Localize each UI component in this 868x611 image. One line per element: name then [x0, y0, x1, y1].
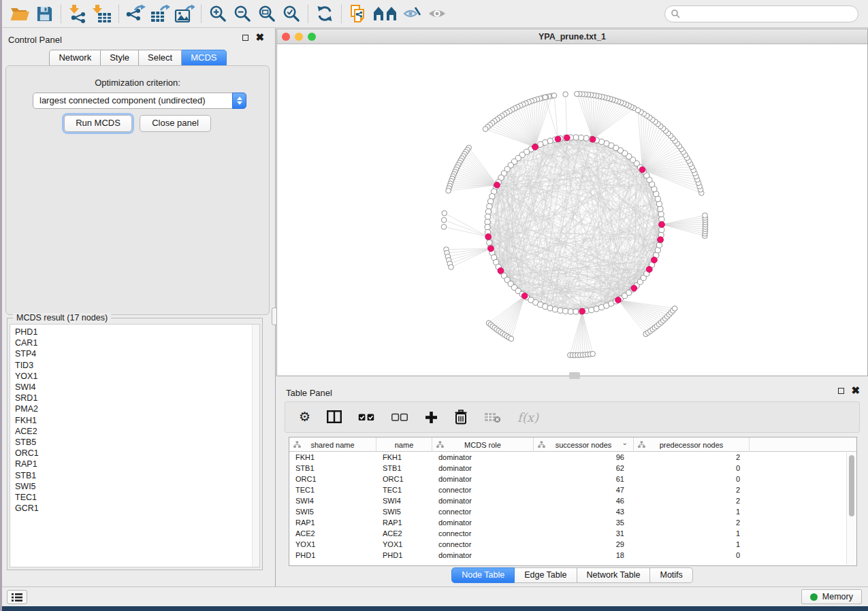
- close-table-panel-icon[interactable]: ✖: [851, 387, 860, 394]
- optimization-criterion-label: Optimization criterion:: [6, 78, 269, 88]
- export-network-icon[interactable]: [123, 3, 148, 24]
- memory-status-icon: [810, 593, 818, 601]
- zoom-out-icon[interactable]: [230, 3, 255, 24]
- tab-network-table[interactable]: Network Table: [577, 567, 651, 583]
- export-table-icon[interactable]: [148, 3, 172, 24]
- float-panel-icon[interactable]: [242, 35, 248, 41]
- panel-menu-button[interactable]: [7, 590, 27, 604]
- control-panel-tabs: Network Style Select MCDS: [2, 50, 274, 66]
- mcds-result-item[interactable]: SWI5: [15, 481, 259, 492]
- mcds-result-item[interactable]: SRD1: [15, 393, 259, 403]
- open-file-icon[interactable]: [7, 3, 32, 24]
- search-input[interactable]: [684, 9, 852, 18]
- control-panel: Control Panel ✖ Network Style Select MCD…: [2, 28, 274, 587]
- node-table: shared namenameMCDS rolesuccessor nodes⌄…: [289, 437, 857, 566]
- toolbar-separator: [341, 5, 342, 23]
- tab-style[interactable]: Style: [101, 50, 139, 66]
- settings-gear-icon[interactable]: ⚙: [299, 410, 310, 424]
- mcds-result-item[interactable]: PHD1: [15, 327, 259, 337]
- duplicate-network-icon[interactable]: [346, 3, 370, 24]
- function-builder-icon: f(x): [517, 410, 539, 425]
- table-tabs: Node TableEdge TableNetwork TableMotifs: [276, 567, 868, 583]
- column-header-shared-name[interactable]: shared name: [289, 437, 376, 452]
- optimization-criterion-value: largest connected component (undirected): [39, 95, 206, 105]
- mcds-result-item[interactable]: GCR1: [15, 503, 259, 514]
- list-icon: [12, 593, 22, 602]
- select-stepper-icon: [232, 93, 246, 109]
- zoom-fit-icon[interactable]: [255, 3, 279, 24]
- table-row[interactable]: FKH1FKH1dominator962: [289, 452, 856, 463]
- table-row[interactable]: ACE2ACE2connector311: [289, 528, 856, 539]
- mcds-result-item[interactable]: STP4: [15, 348, 259, 359]
- table-row[interactable]: TEC1TEC1connector472: [289, 484, 856, 495]
- column-header-predecessor-nodes[interactable]: predecessor nodes: [634, 437, 750, 452]
- table-row[interactable]: SWI4SWI4dominator462: [289, 495, 856, 506]
- network-window-titlebar[interactable]: YPA_prune.txt_1: [277, 29, 867, 44]
- toggle-columns-icon[interactable]: [327, 410, 342, 424]
- mcds-result-item[interactable]: STB5: [15, 437, 259, 448]
- column-header-name[interactable]: name: [376, 437, 432, 452]
- mcds-result-item[interactable]: FKH1: [15, 415, 259, 426]
- mcds-result-item[interactable]: CAR1: [15, 337, 259, 348]
- tab-node-table[interactable]: Node Table: [451, 567, 515, 583]
- mcds-result-item[interactable]: ORC1: [15, 448, 259, 459]
- mcds-tab-body: Optimization criterion: largest connecte…: [5, 65, 270, 315]
- select-all-icon[interactable]: [358, 413, 375, 422]
- first-neighbors-icon[interactable]: [370, 3, 400, 24]
- table-row[interactable]: ORC1ORC1dominator610: [289, 474, 856, 484]
- float-table-panel-icon[interactable]: [838, 388, 844, 394]
- tab-network[interactable]: Network: [49, 50, 101, 66]
- optimization-criterion-select[interactable]: largest connected component (undirected): [33, 93, 246, 109]
- network-view-window: YPA_prune.txt_1: [276, 29, 868, 376]
- mcds-result-list[interactable]: PHD1CAR1STP4TID3YOX1SWI4SRD1PMA2FKH1ACE2…: [10, 324, 260, 567]
- horizontal-splitter-handle[interactable]: [569, 372, 580, 379]
- memory-button[interactable]: Memory: [801, 589, 862, 604]
- mcds-result-item[interactable]: YOX1: [15, 371, 259, 382]
- mcds-result-item[interactable]: SWI4: [15, 382, 259, 393]
- add-row-icon[interactable]: [425, 411, 438, 424]
- status-bar: Memory: [2, 587, 868, 606]
- import-table-icon[interactable]: [90, 3, 114, 24]
- sort-indicator-icon: ⌄: [622, 439, 628, 446]
- deselect-all-icon[interactable]: [391, 413, 408, 422]
- mcds-result-item[interactable]: TEC1: [15, 492, 259, 503]
- table-panel: Table Panel ✖ ⚙ f(x) shared namenameMCDS…: [276, 381, 868, 587]
- table-row[interactable]: PHD1PHD1dominator180: [289, 550, 856, 561]
- column-header-successor-nodes[interactable]: successor nodes⌄: [534, 437, 634, 452]
- search-box[interactable]: [664, 5, 858, 22]
- mcds-result-item[interactable]: PMA2: [15, 403, 259, 414]
- show-all-icon[interactable]: [425, 3, 449, 24]
- network-window-title: YPA_prune.txt_1: [277, 32, 867, 42]
- zoom-in-icon[interactable]: [206, 3, 230, 24]
- save-session-icon[interactable]: [32, 3, 57, 24]
- mcds-result-item[interactable]: STB1: [15, 470, 259, 481]
- table-row[interactable]: YOX1YOX1connector291: [289, 539, 856, 550]
- export-image-icon[interactable]: [172, 3, 197, 24]
- tab-select[interactable]: Select: [139, 50, 182, 66]
- delete-row-icon[interactable]: [454, 410, 468, 425]
- import-network-icon[interactable]: [65, 3, 90, 24]
- close-panel-icon[interactable]: ✖: [255, 34, 264, 41]
- close-panel-button[interactable]: Close panel: [140, 115, 211, 132]
- table-scrollbar-thumb[interactable]: [849, 455, 854, 516]
- network-canvas[interactable]: [277, 44, 867, 376]
- tab-edge-table[interactable]: Edge Table: [515, 567, 577, 583]
- table-row[interactable]: STB1STB1dominator620: [289, 463, 856, 474]
- zoom-selected-icon[interactable]: [279, 3, 304, 24]
- tab-mcds[interactable]: MCDS: [182, 50, 226, 66]
- toolbar-separator: [118, 5, 119, 23]
- hide-selected-icon[interactable]: [400, 3, 425, 24]
- column-header-MCDS-role[interactable]: MCDS role: [432, 437, 534, 452]
- table-row[interactable]: SWI5SWI5connector431: [289, 506, 856, 517]
- table-panel-title: Table Panel: [286, 388, 332, 398]
- table-row[interactable]: RAP1RAP1dominator352: [289, 517, 856, 528]
- run-mcds-button[interactable]: Run MCDS: [64, 115, 132, 132]
- table-scrollbar[interactable]: [846, 452, 856, 565]
- mcds-result-item[interactable]: TID3: [15, 360, 259, 371]
- refresh-view-icon[interactable]: [312, 3, 337, 24]
- list-scrollbar[interactable]: [252, 325, 259, 567]
- mcds-result-item[interactable]: ACE2: [15, 426, 259, 437]
- tab-motifs[interactable]: Motifs: [650, 567, 692, 583]
- node-table-body: FKH1FKH1dominator962STB1STB1dominator620…: [289, 452, 856, 561]
- mcds-result-item[interactable]: RAP1: [15, 459, 259, 469]
